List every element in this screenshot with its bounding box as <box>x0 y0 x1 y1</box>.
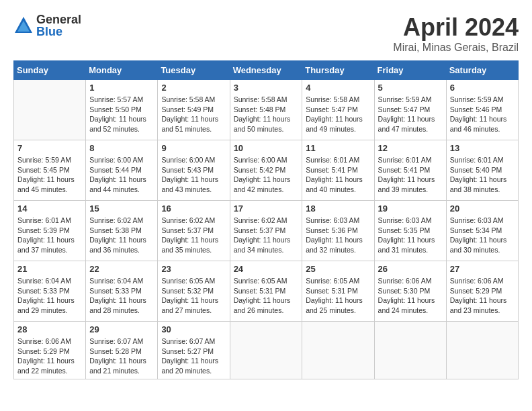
calendar-cell: 15Sunrise: 6:02 AMSunset: 5:38 PMDayligh… <box>86 201 158 261</box>
calendar-cell: 5Sunrise: 5:59 AMSunset: 5:47 PMDaylight… <box>374 80 446 140</box>
day-info: Sunrise: 5:59 AMSunset: 5:46 PMDaylight:… <box>450 95 515 134</box>
calendar-header-saturday: Saturday <box>446 61 518 80</box>
calendar-header-sunday: Sunday <box>14 61 86 80</box>
calendar-cell: 14Sunrise: 6:01 AMSunset: 5:39 PMDayligh… <box>14 201 86 261</box>
calendar-cell <box>230 322 302 379</box>
calendar-cell: 2Sunrise: 5:58 AMSunset: 5:49 PMDaylight… <box>158 80 230 140</box>
day-info: Sunrise: 5:58 AMSunset: 5:47 PMDaylight:… <box>306 95 370 134</box>
calendar-week-1: 1Sunrise: 5:57 AMSunset: 5:50 PMDaylight… <box>14 80 519 140</box>
calendar-cell: 20Sunrise: 6:03 AMSunset: 5:34 PMDayligh… <box>446 201 518 261</box>
calendar-header-friday: Friday <box>374 61 446 80</box>
day-number: 23 <box>161 264 226 274</box>
calendar-cell: 6Sunrise: 5:59 AMSunset: 5:46 PMDaylight… <box>446 80 518 140</box>
calendar-cell <box>446 322 518 379</box>
page-header: General Blue April 2024 Mirai, Minas Ger… <box>13 13 519 54</box>
calendar-cell: 30Sunrise: 6:07 AMSunset: 5:27 PMDayligh… <box>158 322 230 379</box>
calendar-cell: 4Sunrise: 5:58 AMSunset: 5:47 PMDaylight… <box>302 80 374 140</box>
day-info: Sunrise: 6:06 AMSunset: 5:30 PMDaylight:… <box>378 276 443 316</box>
day-number: 1 <box>89 83 154 93</box>
day-number: 6 <box>450 83 515 93</box>
day-number: 9 <box>161 143 226 153</box>
day-info: Sunrise: 6:00 AMSunset: 5:43 PMDaylight:… <box>161 155 226 195</box>
calendar-header-row: SundayMondayTuesdayWednesdayThursdayFrid… <box>14 61 519 80</box>
day-info: Sunrise: 6:00 AMSunset: 5:42 PMDaylight:… <box>234 155 299 195</box>
calendar-cell: 11Sunrise: 6:01 AMSunset: 5:41 PMDayligh… <box>302 140 374 201</box>
day-info: Sunrise: 5:59 AMSunset: 5:45 PMDaylight:… <box>17 155 82 195</box>
day-info: Sunrise: 6:01 AMSunset: 5:41 PMDaylight:… <box>378 155 443 195</box>
calendar-week-2: 7Sunrise: 5:59 AMSunset: 5:45 PMDaylight… <box>14 140 519 201</box>
logo-blue: Blue <box>36 26 81 38</box>
day-number: 21 <box>17 264 82 274</box>
day-info: Sunrise: 5:58 AMSunset: 5:49 PMDaylight:… <box>161 95 226 134</box>
day-number: 13 <box>450 143 515 153</box>
calendar-cell: 17Sunrise: 6:02 AMSunset: 5:37 PMDayligh… <box>230 201 302 261</box>
calendar-cell: 13Sunrise: 6:01 AMSunset: 5:40 PMDayligh… <box>446 140 518 201</box>
day-info: Sunrise: 6:03 AMSunset: 5:34 PMDaylight:… <box>450 216 515 255</box>
day-number: 2 <box>161 83 226 93</box>
month-title: April 2024 <box>393 13 519 42</box>
calendar-cell: 8Sunrise: 6:00 AMSunset: 5:44 PMDaylight… <box>86 140 158 201</box>
day-info: Sunrise: 6:05 AMSunset: 5:31 PMDaylight:… <box>234 276 299 316</box>
day-info: Sunrise: 6:07 AMSunset: 5:27 PMDaylight:… <box>161 336 226 376</box>
day-info: Sunrise: 6:02 AMSunset: 5:38 PMDaylight:… <box>89 216 154 255</box>
day-info: Sunrise: 5:59 AMSunset: 5:47 PMDaylight:… <box>378 95 443 134</box>
day-info: Sunrise: 5:58 AMSunset: 5:48 PMDaylight:… <box>234 95 299 134</box>
calendar-cell: 1Sunrise: 5:57 AMSunset: 5:50 PMDaylight… <box>86 80 158 140</box>
calendar-cell: 7Sunrise: 5:59 AMSunset: 5:45 PMDaylight… <box>14 140 86 201</box>
day-number: 25 <box>306 264 370 274</box>
day-info: Sunrise: 6:01 AMSunset: 5:40 PMDaylight:… <box>450 155 515 195</box>
day-number: 7 <box>17 143 82 153</box>
day-info: Sunrise: 6:03 AMSunset: 5:36 PMDaylight:… <box>306 216 370 255</box>
calendar-week-4: 21Sunrise: 6:04 AMSunset: 5:33 PMDayligh… <box>14 261 519 322</box>
calendar-cell: 9Sunrise: 6:00 AMSunset: 5:43 PMDaylight… <box>158 140 230 201</box>
location: Mirai, Minas Gerais, Brazil <box>393 42 519 54</box>
day-info: Sunrise: 6:02 AMSunset: 5:37 PMDaylight:… <box>234 216 299 255</box>
day-info: Sunrise: 6:00 AMSunset: 5:44 PMDaylight:… <box>89 155 154 195</box>
day-number: 4 <box>306 83 370 93</box>
day-number: 10 <box>234 143 299 153</box>
day-info: Sunrise: 6:06 AMSunset: 5:29 PMDaylight:… <box>450 276 515 316</box>
calendar-header-monday: Monday <box>86 61 158 80</box>
day-number: 16 <box>161 203 226 214</box>
logo-text: General Blue <box>36 13 81 38</box>
day-info: Sunrise: 6:03 AMSunset: 5:35 PMDaylight:… <box>378 216 443 255</box>
calendar-cell: 22Sunrise: 6:04 AMSunset: 5:33 PMDayligh… <box>86 261 158 322</box>
day-number: 28 <box>17 324 82 334</box>
calendar-cell <box>14 80 86 140</box>
day-info: Sunrise: 6:07 AMSunset: 5:28 PMDaylight:… <box>89 336 154 376</box>
day-number: 15 <box>89 203 154 214</box>
day-info: Sunrise: 6:01 AMSunset: 5:41 PMDaylight:… <box>306 155 370 195</box>
day-info: Sunrise: 6:04 AMSunset: 5:33 PMDaylight:… <box>17 276 82 316</box>
day-number: 26 <box>378 264 443 274</box>
calendar-cell: 28Sunrise: 6:06 AMSunset: 5:29 PMDayligh… <box>14 322 86 379</box>
calendar-cell: 10Sunrise: 6:00 AMSunset: 5:42 PMDayligh… <box>230 140 302 201</box>
logo: General Blue <box>13 13 81 38</box>
calendar-cell: 27Sunrise: 6:06 AMSunset: 5:29 PMDayligh… <box>446 261 518 322</box>
calendar-cell: 16Sunrise: 6:02 AMSunset: 5:37 PMDayligh… <box>158 201 230 261</box>
calendar-cell: 19Sunrise: 6:03 AMSunset: 5:35 PMDayligh… <box>374 201 446 261</box>
day-info: Sunrise: 6:05 AMSunset: 5:31 PMDaylight:… <box>306 276 370 316</box>
calendar-cell: 18Sunrise: 6:03 AMSunset: 5:36 PMDayligh… <box>302 201 374 261</box>
day-number: 19 <box>378 203 443 214</box>
calendar-header-wednesday: Wednesday <box>230 61 302 80</box>
day-number: 17 <box>234 203 299 214</box>
calendar-cell: 12Sunrise: 6:01 AMSunset: 5:41 PMDayligh… <box>374 140 446 201</box>
day-number: 27 <box>450 264 515 274</box>
day-number: 18 <box>306 203 370 214</box>
day-number: 12 <box>378 143 443 153</box>
day-number: 14 <box>17 203 82 214</box>
calendar-cell: 3Sunrise: 5:58 AMSunset: 5:48 PMDaylight… <box>230 80 302 140</box>
day-info: Sunrise: 6:04 AMSunset: 5:33 PMDaylight:… <box>89 276 154 316</box>
day-info: Sunrise: 6:01 AMSunset: 5:39 PMDaylight:… <box>17 216 82 255</box>
calendar-cell: 26Sunrise: 6:06 AMSunset: 5:30 PMDayligh… <box>374 261 446 322</box>
day-number: 5 <box>378 83 443 93</box>
title-block: April 2024 Mirai, Minas Gerais, Brazil <box>393 13 519 54</box>
calendar-cell: 21Sunrise: 6:04 AMSunset: 5:33 PMDayligh… <box>14 261 86 322</box>
calendar-week-3: 14Sunrise: 6:01 AMSunset: 5:39 PMDayligh… <box>14 201 519 261</box>
day-number: 11 <box>306 143 370 153</box>
calendar-cell: 25Sunrise: 6:05 AMSunset: 5:31 PMDayligh… <box>302 261 374 322</box>
day-number: 24 <box>234 264 299 274</box>
logo-icon <box>13 15 34 36</box>
day-info: Sunrise: 6:05 AMSunset: 5:32 PMDaylight:… <box>161 276 226 316</box>
day-info: Sunrise: 6:02 AMSunset: 5:37 PMDaylight:… <box>161 216 226 255</box>
